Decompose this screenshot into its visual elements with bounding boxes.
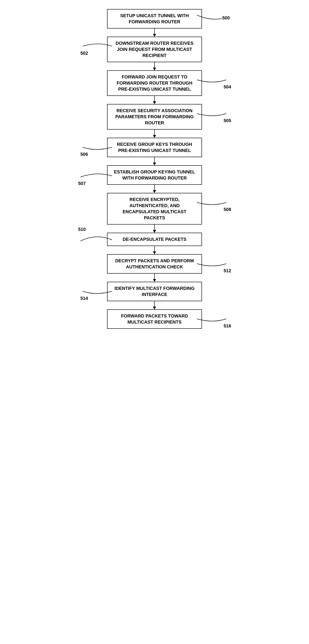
- box-514-text: IDENTIFY MULTICAST FORWARDING INTERFACE: [114, 286, 195, 297]
- step-507: ESTABLISH GROUP KEYING TUNNEL WITH FORWA…: [75, 165, 234, 185]
- box-512: DECRYPT PACKETS AND PERFORM AUTHENTICATI…: [107, 254, 202, 274]
- arrow-9: [154, 301, 155, 309]
- box-502-text: DOWNSTREAM ROUTER RECEIVES JOIN REQUEST …: [116, 41, 193, 58]
- box-500-text: SETUP UNICAST TUNNEL WITH FORWARDING ROU…: [120, 13, 189, 24]
- label-506-svg: 506: [80, 140, 112, 154]
- box-507: ESTABLISH GROUP KEYING TUNNEL WITH FORWA…: [107, 165, 202, 185]
- step-510: DE-ENCAPSULATE PACKETS 510: [75, 233, 234, 246]
- box-500: SETUP UNICAST TUNNEL WITH FORWARDING ROU…: [107, 9, 202, 28]
- arrow-7: [154, 246, 155, 254]
- arrow-2: [154, 96, 155, 104]
- arrow-1: [154, 62, 155, 70]
- box-504-text: FORWARD JOIN REQUEST TO FORWARDING ROUTE…: [117, 74, 192, 92]
- box-512-text: DECRYPT PACKETS AND PERFORM AUTHENTICATI…: [115, 258, 194, 269]
- flowchart-container: SETUP UNICAST TUNNEL WITH FORWARDING ROU…: [75, 9, 234, 329]
- box-506-text: RECEIVE GROUP KEYS THROUGH PRE-EXISTING …: [117, 142, 192, 153]
- svg-text:516: 516: [224, 323, 231, 328]
- svg-text:508: 508: [224, 207, 231, 212]
- box-502: DOWNSTREAM ROUTER RECEIVES JOIN REQUEST …: [107, 37, 202, 62]
- step-516: FORWARD PACKETS TOWARD MULTICAST RECIPIE…: [75, 309, 234, 329]
- box-507-text: ESTABLISH GROUP KEYING TUNNEL WITH FORWA…: [114, 169, 195, 180]
- box-516-text: FORWARD PACKETS TOWARD MULTICAST RECIPIE…: [121, 314, 188, 324]
- arrow-0: [154, 28, 155, 37]
- label-500-svg: 500: [197, 7, 226, 23]
- arrow-3: [154, 130, 155, 138]
- step-502: DOWNSTREAM ROUTER RECEIVES JOIN REQUEST …: [75, 37, 234, 62]
- box-510-text: DE-ENCAPSULATE PACKETS: [123, 237, 187, 242]
- arrow-6: [154, 224, 155, 233]
- box-508: RECEIVE ENCRYPTED, AUTHENTICATED, AND EN…: [107, 193, 202, 224]
- label-508-svg: 508: [197, 196, 229, 209]
- svg-text:514: 514: [80, 296, 88, 301]
- svg-text:504: 504: [224, 84, 231, 89]
- svg-text:502: 502: [80, 51, 88, 56]
- label-514-svg: 514: [80, 284, 112, 298]
- svg-text:512: 512: [224, 268, 231, 273]
- box-504: FORWARD JOIN REQUEST TO FORWARDING ROUTE…: [107, 70, 202, 96]
- svg-text:507: 507: [78, 181, 86, 186]
- arrow-5: [154, 185, 155, 193]
- box-508-text: RECEIVE ENCRYPTED, AUTHENTICATED, AND EN…: [123, 197, 187, 220]
- box-505-text: RECEIVE SECURITY ASSOCIATION PARAMETERS …: [115, 108, 194, 125]
- step-506: RECEIVE GROUP KEYS THROUGH PRE-EXISTING …: [75, 138, 234, 157]
- arrow-4: [154, 157, 155, 165]
- step-500: SETUP UNICAST TUNNEL WITH FORWARDING ROU…: [75, 9, 234, 28]
- box-505: RECEIVE SECURITY ASSOCIATION PARAMETERS …: [107, 104, 202, 130]
- svg-text:505: 505: [224, 118, 231, 123]
- step-504: FORWARD JOIN REQUEST TO FORWARDING ROUTE…: [75, 70, 234, 96]
- box-516: FORWARD PACKETS TOWARD MULTICAST RECIPIE…: [107, 309, 202, 329]
- svg-text:500: 500: [222, 16, 230, 20]
- label-504-svg: 504: [197, 73, 229, 86]
- label-510-svg: 510: [78, 228, 112, 249]
- svg-text:510: 510: [78, 227, 86, 232]
- step-505: RECEIVE SECURITY ASSOCIATION PARAMETERS …: [75, 104, 234, 130]
- label-516-svg: 516: [197, 312, 229, 326]
- step-508: RECEIVE ENCRYPTED, AUTHENTICATED, AND EN…: [75, 193, 234, 224]
- label-505-svg: 505: [197, 107, 229, 120]
- step-514: IDENTIFY MULTICAST FORWARDING INTERFACE …: [75, 282, 234, 301]
- label-502-svg: 502: [80, 39, 112, 53]
- box-506: RECEIVE GROUP KEYS THROUGH PRE-EXISTING …: [107, 138, 202, 157]
- label-507-svg: 507: [78, 168, 112, 184]
- box-514: IDENTIFY MULTICAST FORWARDING INTERFACE …: [107, 282, 202, 301]
- arrow-8: [154, 274, 155, 282]
- box-510: DE-ENCAPSULATE PACKETS 510: [107, 233, 202, 246]
- svg-text:506: 506: [80, 152, 88, 157]
- label-512-svg: 512: [197, 257, 229, 270]
- step-512: DECRYPT PACKETS AND PERFORM AUTHENTICATI…: [75, 254, 234, 274]
